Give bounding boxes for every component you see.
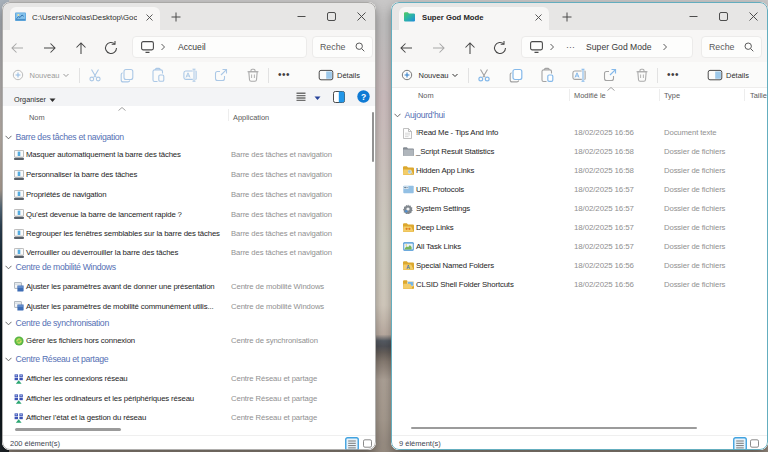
svg-text:A: A xyxy=(406,264,410,270)
svg-text:?: ? xyxy=(361,92,366,102)
